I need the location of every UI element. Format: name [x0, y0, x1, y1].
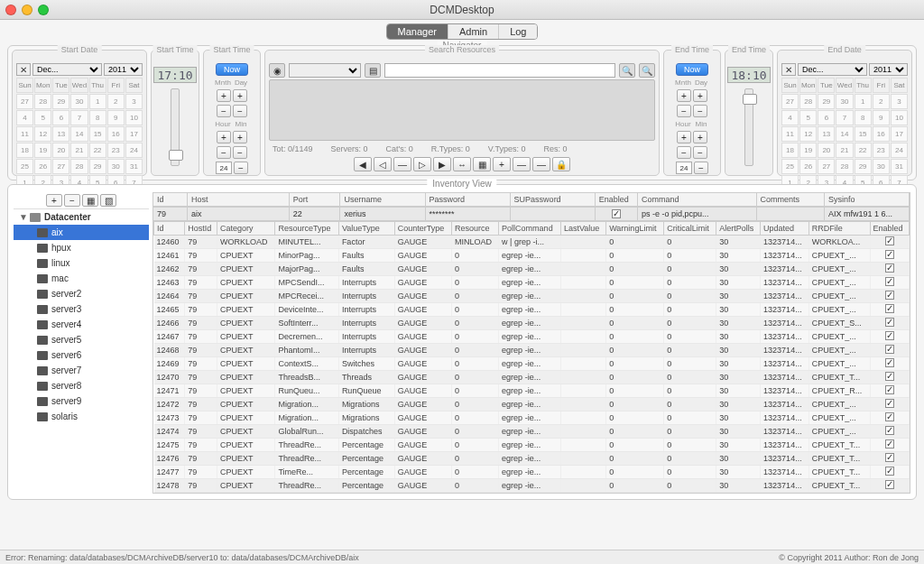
column-header[interactable]: WarningLimit [606, 222, 664, 236]
end-year-select[interactable]: 2011 [869, 63, 908, 76]
table-row[interactable]: 1247079CPUEXTThreadsB...ThreadsGAUGE0egr… [154, 371, 910, 384]
tab-manager[interactable]: Manager [387, 24, 448, 39]
calendar-day[interactable]: 22 [89, 143, 106, 158]
calendar-day[interactable]: 23 [107, 143, 125, 158]
table-row[interactable]: 1246679CPUEXTSoftInterr...InterruptsGAUG… [154, 317, 910, 330]
tree-host-server3[interactable]: server3 [14, 301, 149, 317]
tree-tool-button[interactable]: ▦ [82, 194, 98, 207]
table-row[interactable]: 1246279CPUEXTMajorPag...FaultsGAUGE0egre… [154, 263, 910, 276]
calendar-day[interactable]: 10 [125, 110, 143, 125]
calendar-day[interactable]: 26 [34, 159, 51, 174]
tree-host-linux[interactable]: linux [14, 255, 149, 271]
tab-log[interactable]: Log [498, 24, 537, 39]
calendar-day[interactable]: 29 [52, 94, 69, 109]
day-plus[interactable]: + [233, 89, 247, 102]
resource-table[interactable]: IdHostIdCategoryResourceTypeValueTypeCou… [153, 221, 910, 494]
column-header[interactable]: Resource [452, 222, 499, 236]
calendar-day[interactable]: 29 [855, 159, 872, 174]
column-header[interactable]: CriticalLimit [664, 222, 716, 236]
tree-host-hpux[interactable]: hpux [14, 240, 149, 255]
calendar-day[interactable]: 11 [16, 126, 33, 142]
table-row[interactable]: 1247179CPUEXTRunQueu...RunQueueGAUGE0egr… [154, 384, 910, 398]
calendar-day[interactable]: 12 [34, 126, 51, 142]
calendar-day[interactable]: 30 [107, 159, 125, 174]
tab-admin[interactable]: Admin [448, 24, 498, 39]
calendar-day[interactable]: 27 [818, 159, 835, 174]
table-row[interactable]: 1246779CPUEXTDecremen...InterruptsGAUGE0… [154, 330, 910, 344]
tree-host-server8[interactable]: server8 [14, 378, 149, 393]
calendar-day[interactable]: 18 [781, 143, 799, 158]
column-header[interactable]: Category [217, 222, 274, 236]
table-row[interactable]: 1246979CPUEXTContextS...SwitchesGAUGE0eg… [154, 357, 910, 371]
search-toolbar-button[interactable]: ▶ [433, 157, 451, 171]
column-header[interactable]: AlertPolls [716, 222, 761, 236]
table-row[interactable]: 1246379CPUEXTMPCSendI...InterruptsGAUGE0… [154, 276, 910, 290]
calendar-day[interactable]: 19 [799, 143, 817, 158]
column-header[interactable]: ResourceType [275, 222, 338, 236]
tree-host-server4[interactable]: server4 [14, 317, 149, 332]
search-toolbar-button[interactable]: — [513, 157, 531, 171]
calendar-day[interactable]: 30 [70, 94, 88, 109]
calendar-day[interactable]: 2 [873, 94, 890, 109]
zoom-button[interactable] [38, 5, 49, 15]
mnth-plus[interactable]: + [217, 89, 231, 102]
table-row[interactable]: 1247679CPUEXTThreadRe...PercentageGAUGE0… [154, 452, 910, 466]
search-toolbar-button[interactable]: ▷ [413, 157, 431, 171]
table-row[interactable]: 1247879CPUEXTThreadRe...PercentageGAUGE0… [154, 479, 910, 493]
column-header[interactable]: LastValue [560, 222, 605, 236]
calendar-day[interactable]: 14 [836, 126, 853, 142]
table-row[interactable]: 1247979CPUEXTThreadRe...PercentageGAUGE0… [154, 493, 910, 495]
table-row[interactable]: 1246579CPUEXTDeviceInte...InterruptsGAUG… [154, 303, 910, 317]
calendar-day[interactable]: 1 [89, 94, 106, 109]
tree-host-server2[interactable]: server2 [14, 286, 149, 301]
search-icon[interactable]: 🔍 [619, 63, 635, 78]
start-month-select[interactable]: Dec... [32, 63, 102, 76]
hour-plus[interactable]: + [217, 131, 231, 143]
search-toolbar-button[interactable]: ↔ [453, 157, 471, 171]
start-time-slider[interactable] [171, 88, 180, 166]
calendar-day[interactable]: 15 [89, 126, 106, 142]
minimize-button[interactable] [22, 5, 32, 15]
search-toolbar-button[interactable]: — [393, 157, 411, 171]
table-row[interactable]: 1247279CPUEXTMigration...MigrationsGAUGE… [154, 398, 910, 411]
tree-tool-button[interactable]: − [64, 194, 80, 207]
calendar-day[interactable]: 15 [855, 126, 872, 142]
calendar-day[interactable]: 3 [891, 94, 908, 109]
end-time-slider[interactable] [744, 88, 753, 166]
table-row[interactable]: 1246179CPUEXTMinorPag...FaultsGAUGE0egre… [154, 249, 910, 263]
column-header[interactable]: RRDFile [808, 222, 870, 236]
tree-host-server7[interactable]: server7 [14, 363, 149, 378]
column-header[interactable]: Updated [761, 222, 809, 236]
calendar-day[interactable]: 12 [799, 126, 817, 142]
table-row[interactable]: 1246079WORKLOADMINUTEL...FactorGAUGEMINL… [154, 236, 910, 249]
globe-icon[interactable]: ◉ [269, 63, 285, 78]
hour-minus[interactable]: − [217, 146, 231, 159]
calendar-day[interactable]: 27 [781, 94, 799, 109]
search-toolbar-button[interactable]: 🔒 [552, 157, 570, 171]
start-date-clear[interactable]: ✕ [16, 63, 31, 76]
calendar-day[interactable]: 26 [799, 159, 817, 174]
calendar-day[interactable]: 29 [818, 94, 835, 109]
filter-icon[interactable]: ▤ [365, 63, 381, 78]
column-header[interactable]: ValueType [338, 222, 394, 236]
calendar-day[interactable]: 16 [873, 126, 890, 142]
step-box[interactable]: 24 [216, 162, 232, 174]
calendar-day[interactable]: 17 [891, 126, 908, 142]
min-plus[interactable]: + [233, 131, 247, 143]
tree-host-aix[interactable]: aix [14, 225, 149, 240]
end-month-select[interactable]: Dec... [798, 63, 867, 76]
table-row[interactable]: 1247779CPUEXTTimeRe...PercentageGAUGE0eg… [154, 466, 910, 479]
calendar-day[interactable]: 6 [52, 110, 69, 125]
table-row[interactable]: 1246479CPUEXTMPCRecei...InterruptsGAUGE0… [154, 290, 910, 303]
calendar-day[interactable]: 20 [818, 143, 835, 158]
calendar-day[interactable]: 31 [125, 159, 143, 174]
calendar-day[interactable]: 9 [107, 110, 125, 125]
end-date-clear[interactable]: ✕ [781, 63, 796, 76]
calendar-day[interactable]: 7 [836, 110, 853, 125]
end-now-button[interactable]: Now [676, 63, 708, 76]
search-toolbar-button[interactable]: — [532, 157, 550, 171]
table-row[interactable]: 1246879CPUEXTPhantomI...InterruptsGAUGE0… [154, 344, 910, 357]
tree-host-server5[interactable]: server5 [14, 332, 149, 347]
calendar-day[interactable]: 11 [781, 126, 799, 142]
calendar-day[interactable]: 13 [52, 126, 69, 142]
